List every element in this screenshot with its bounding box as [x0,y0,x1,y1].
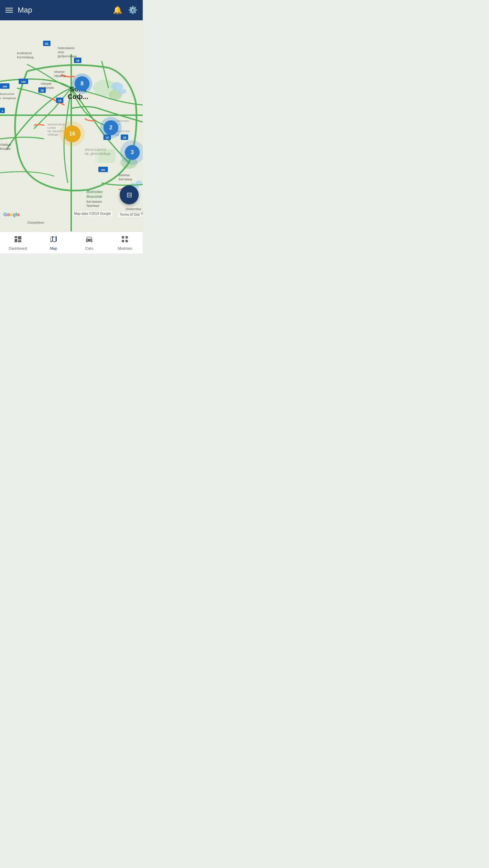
svg-text:Соф...: Соф... [68,93,89,100]
svg-rect-93 [125,240,128,242]
svg-text:Branishte: Branishte [86,194,102,199]
svg-text:Chuvpetlovo: Chuvpetlovo [27,221,44,224]
svg-rect-89 [18,240,21,242]
terms-of-use-link[interactable]: Terms of Use [118,212,141,217]
svg-rect-88 [18,236,21,240]
svg-text:Vladaya: Vladaya [0,143,11,146]
svg-text:18: 18 [105,136,109,139]
svg-text:Мрамор: Мрамор [54,74,66,78]
svg-text:Бистрица: Бистрица [119,178,132,181]
svg-rect-92 [122,240,124,242]
svg-text:MANASTIRSKI: MANASTIRSKI [47,123,66,126]
header-actions: 🔔 ⚙️ [113,6,137,15]
svg-text:ЛИВАДИ: ЛИВАДИ [47,133,59,136]
dashboard-icon [14,235,22,245]
svg-text:18: 18 [123,136,126,139]
svg-text:Voluyak: Voluyak [41,82,52,85]
nav-map-label: Map [50,246,57,250]
svg-text:189: 189 [21,80,26,83]
cluster-8[interactable]: 8 [75,76,90,91]
svg-text:Владая: Владая [0,147,11,150]
map-filter-button[interactable]: ⊟ [120,185,139,204]
nav-dashboard-label: Dashboard [9,246,27,250]
map-icon [50,235,58,245]
svg-text:с. Божурище: с. Божурище [0,97,16,100]
nav-dashboard[interactable]: Dashboard [0,232,36,253]
svg-text:Доброславци: Доброславци [58,55,77,58]
bottom-navigation: Dashboard Map Cars Modules [0,231,143,253]
svg-text:Bozhurishte: Bozhurishte [0,92,15,96]
svg-text:Dobroslavtsi: Dobroslavtsi [58,46,75,50]
svg-text:81: 81 [45,42,48,45]
nav-cars[interactable]: Cars [72,232,107,253]
svg-rect-86 [15,236,17,238]
svg-text:с. Волуяк: с. Волуяк [41,86,54,89]
cluster-3[interactable]: 3 [125,145,140,160]
notification-icon[interactable]: 🔔 [113,6,122,15]
nav-modules[interactable]: Modules [107,232,143,253]
svg-text:село: село [58,50,64,54]
svg-rect-90 [122,236,124,239]
svg-rect-87 [15,239,17,242]
svg-text:Mramor: Mramor [54,70,65,74]
svg-text:18: 18 [76,59,79,62]
svg-text:бранище: бранище [86,204,99,207]
modules-icon [121,235,129,245]
settings-icon[interactable]: ⚙️ [128,6,137,15]
svg-text:Kostinbrod: Kostinbrod [17,51,32,55]
svg-text:181: 181 [101,168,105,171]
svg-text:КВ. ДРАГАЛЕВЦИ: КВ. ДРАГАЛЕВЦИ [85,152,110,156]
svg-text:1: 1 [2,109,3,112]
svg-text:Костинброд: Костинброд [17,56,34,59]
page-title: Map [18,6,113,15]
nav-modules-label: Modules [118,246,132,250]
svg-text:18: 18 [58,99,61,102]
nav-cars-label: Cars [85,246,93,250]
svg-text:LIVADI: LIVADI [47,126,56,129]
menu-button[interactable] [5,8,13,13]
svg-point-6 [118,89,126,94]
svg-rect-91 [125,236,128,239]
app-header: Map 🔔 ⚙️ [0,0,143,20]
car-icon [85,235,93,245]
map-attribution: Map data ©2019 Google [73,211,112,216]
map-view[interactable]: 81 18 189 189 18 18 1 18 18 18 181 Kosti [0,20,143,231]
svg-text:Bistrishko: Bistrishko [86,190,103,194]
nav-map[interactable]: Map [36,232,71,253]
google-logo: Google [3,212,20,217]
svg-text:189: 189 [2,85,7,88]
sliders-icon: ⊟ [126,191,132,199]
cluster-16[interactable]: 16 [64,125,81,142]
svg-text:Бистришко: Бистришко [86,200,102,203]
svg-text:Zheleznitsa: Zheleznitsa [125,207,141,211]
svg-text:DRAGALEVTSI: DRAGALEVTSI [85,148,106,151]
svg-text:Bistritsa: Bistritsa [119,173,130,177]
cluster-2[interactable]: 2 [103,120,118,135]
